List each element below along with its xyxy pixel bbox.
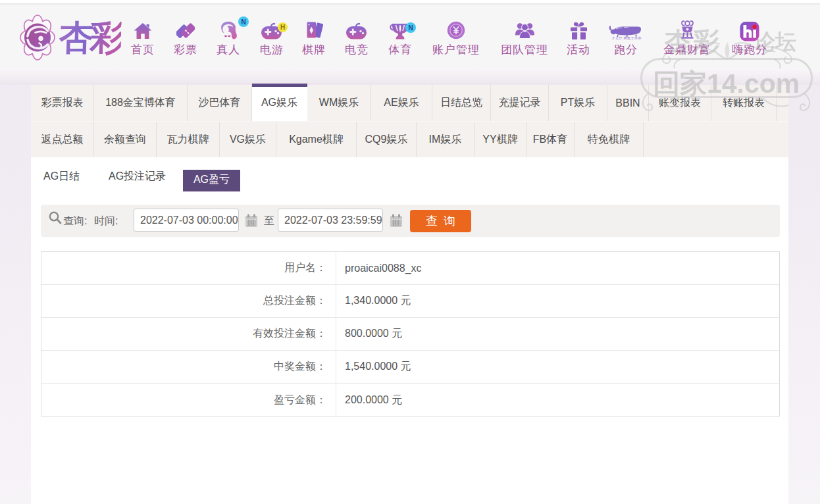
svg-text:之人比 赛车工作室: 之人比 赛车工作室 — [611, 36, 642, 40]
